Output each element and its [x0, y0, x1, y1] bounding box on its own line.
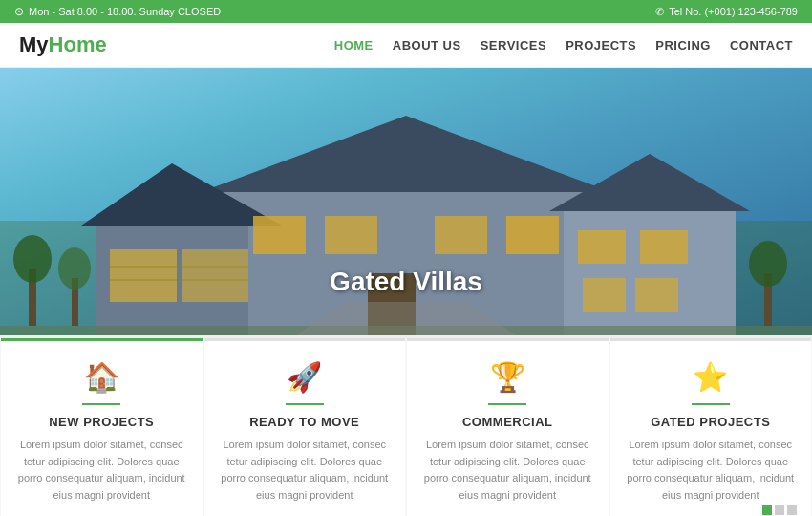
svg-rect-21	[583, 278, 626, 312]
svg-rect-19	[578, 230, 626, 264]
dot-3[interactable]	[787, 505, 797, 515]
card-title-3: COMMERCIAL	[421, 415, 594, 429]
svg-rect-4	[564, 211, 736, 335]
logo[interactable]: MyHome	[19, 32, 107, 57]
slider-dots	[762, 505, 797, 515]
svg-rect-16	[325, 216, 377, 254]
card-new-projects: 🏠 NEW PROJECTS Lorem ipsum dolor sitamet…	[1, 338, 203, 516]
card-icon-rocket: 🚀	[219, 360, 392, 394]
card-commercial: 🏆 COMMERCIAL Lorem ipsum dolor sitamet, …	[407, 338, 609, 516]
hours-text: Mon - Sat 8.00 - 18.00. Sunday CLOSED	[29, 6, 221, 17]
card-divider-1	[82, 403, 120, 405]
svg-rect-20	[640, 230, 688, 264]
nav-about[interactable]: ABOUT US	[393, 38, 461, 53]
nav-pricing[interactable]: PRICING	[655, 38, 711, 53]
card-text-1: Lorem ipsum dolor sitamet, consec tetur …	[15, 437, 188, 504]
card-divider-3	[488, 403, 526, 405]
svg-point-27	[58, 247, 91, 290]
svg-point-25	[13, 235, 52, 283]
card-title-1: NEW PROJECTS	[15, 415, 188, 429]
svg-rect-18	[506, 216, 559, 254]
card-icon-trophy: 🏆	[421, 360, 594, 394]
logo-my: My	[19, 32, 49, 56]
svg-marker-5	[201, 116, 611, 192]
svg-rect-17	[435, 216, 487, 254]
svg-rect-9	[182, 249, 248, 302]
card-title-4: GATED PROJECTS	[625, 415, 798, 429]
nav-contact[interactable]: CONTACT	[730, 38, 793, 53]
header: MyHome HOME ABOUT US SERVICES PROJECTS P…	[0, 23, 812, 68]
card-icon-star: ⭐	[625, 360, 798, 394]
svg-rect-22	[635, 278, 678, 312]
hero-title: Gated Villas	[330, 267, 482, 297]
top-bar: ⊙ Mon - Sat 8.00 - 18.00. Sunday CLOSED …	[0, 0, 812, 23]
card-ready-to-move: 🚀 READY TO MOVE Lorem ipsum dolor sitame…	[204, 338, 406, 516]
main-nav: HOME ABOUT US SERVICES PROJECTS PRICING …	[334, 38, 793, 53]
svg-point-29	[749, 241, 787, 287]
svg-rect-8	[110, 249, 177, 302]
card-gated-projects: ⭐ GATED PROJECTS Lorem ipsum dolor sitam…	[610, 338, 812, 516]
nav-services[interactable]: SERVICES	[481, 38, 547, 53]
hero-section: Gated Villas	[0, 68, 812, 335]
hours-info: ⊙ Mon - Sat 8.00 - 18.00. Sunday CLOSED	[14, 5, 221, 18]
logo-home: Home	[49, 32, 107, 56]
nav-projects[interactable]: PROJECTS	[566, 38, 636, 53]
phone-icon: ✆	[655, 6, 664, 18]
svg-rect-15	[253, 216, 306, 254]
phone-text: Tel No. (+001) 123-456-789	[669, 6, 798, 17]
card-text-2: Lorem ipsum dolor sitamet, consec tetur …	[219, 437, 392, 504]
card-divider-2	[286, 403, 324, 405]
card-title-2: READY TO MOVE	[219, 415, 392, 429]
dot-1[interactable]	[762, 505, 772, 515]
card-icon-home: 🏠	[15, 360, 188, 394]
phone-info: ✆ Tel No. (+001) 123-456-789	[655, 6, 798, 18]
card-divider-4	[692, 403, 730, 405]
card-text-3: Lorem ipsum dolor sitamet, consec tetur …	[421, 437, 594, 504]
cards-section: 🏠 NEW PROJECTS Lorem ipsum dolor sitamet…	[0, 335, 812, 516]
nav-home[interactable]: HOME	[334, 38, 374, 53]
dot-2[interactable]	[775, 505, 784, 515]
card-text-4: Lorem ipsum dolor sitamet, consec tetur …	[625, 437, 798, 504]
clock-icon: ⊙	[14, 5, 24, 18]
